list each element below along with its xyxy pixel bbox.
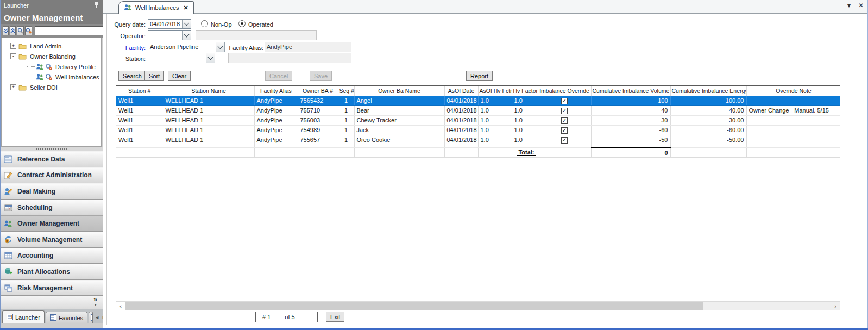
table-cell[interactable]: 04/01/2018 bbox=[444, 135, 478, 145]
imbalance-override-checkbox[interactable]: ✓ bbox=[561, 108, 568, 114]
module-accounting[interactable]: Accounting bbox=[0, 248, 103, 264]
report-button[interactable]: Report bbox=[466, 71, 493, 81]
table-cell[interactable]: -50 bbox=[591, 135, 670, 145]
expand-icon[interactable]: + bbox=[10, 43, 16, 49]
table-cell[interactable]: AndyPipe bbox=[254, 105, 298, 115]
horizontal-scrollbar[interactable]: ‹ › bbox=[116, 301, 840, 310]
expand-all-button[interactable] bbox=[10, 26, 16, 35]
table-cell[interactable]: -50.00 bbox=[670, 135, 746, 145]
table-row[interactable]: Well1WELLHEAD 1AndyPipe7557101Bear04/01/… bbox=[116, 105, 840, 115]
tree-item-well-imbalances[interactable]: Well Imbalances bbox=[2, 72, 101, 82]
imbalance-override-checkbox[interactable]: ✓ bbox=[561, 98, 568, 104]
table-cell[interactable]: WELLHEAD 1 bbox=[163, 125, 254, 135]
chevron-down-icon[interactable] bbox=[182, 31, 191, 40]
sidebar-tab-overflow[interactable] bbox=[89, 312, 93, 323]
sort-button[interactable]: Sort bbox=[144, 71, 164, 81]
column-header[interactable]: Seq # bbox=[338, 86, 354, 96]
table-cell[interactable]: 1 bbox=[338, 125, 354, 135]
table-cell[interactable]: AndyPipe bbox=[254, 115, 298, 125]
search-filter-icon[interactable] bbox=[25, 26, 32, 35]
radio-operated[interactable] bbox=[238, 20, 246, 27]
tab-close-icon[interactable]: ✕ bbox=[184, 4, 188, 11]
module-volume-management[interactable]: R Volume Management bbox=[0, 232, 103, 248]
scroll-right-icon[interactable]: › bbox=[831, 302, 840, 310]
sidebar-tab-launcher[interactable]: Launcher bbox=[2, 310, 45, 323]
table-cell[interactable]: -30.00 bbox=[670, 115, 746, 125]
table-cell[interactable]: Oreo Cookie bbox=[354, 135, 444, 145]
module-contract-administration[interactable]: Contract Administration bbox=[0, 167, 103, 184]
table-cell[interactable]: Bear bbox=[354, 105, 444, 115]
tab-scroll-left-icon[interactable]: ◄ bbox=[95, 315, 99, 320]
table-cell[interactable]: 40.00 bbox=[670, 105, 746, 115]
column-header[interactable]: Station Name bbox=[163, 86, 254, 96]
module-risk-management[interactable]: Risk Management bbox=[0, 280, 103, 296]
table-row[interactable]: Well1WELLHEAD 1AndyPipe7556571Oreo Cooki… bbox=[116, 135, 840, 145]
tree-item-seller-doi[interactable]: + Seller DOI bbox=[2, 82, 101, 92]
table-cell[interactable]: WELLHEAD 1 bbox=[163, 105, 254, 115]
table-cell[interactable]: 1.0 bbox=[512, 125, 538, 135]
table-cell[interactable]: ✓ bbox=[538, 105, 591, 115]
table-cell[interactable] bbox=[746, 125, 840, 135]
column-header[interactable]: AsOf Hv Fctr bbox=[478, 86, 512, 96]
module-reference-data[interactable]: Reference Data bbox=[0, 151, 103, 167]
column-header[interactable]: Cumulative Imbalance Energy bbox=[670, 86, 746, 96]
table-cell[interactable]: 1.0 bbox=[478, 96, 512, 105]
table-cell[interactable]: ✓ bbox=[538, 115, 591, 125]
table-cell[interactable]: WELLHEAD 1 bbox=[163, 96, 254, 105]
table-cell[interactable]: AndyPipe bbox=[254, 135, 298, 145]
scroll-left-icon[interactable]: ‹ bbox=[116, 302, 125, 310]
table-cell[interactable]: Well1 bbox=[116, 105, 163, 115]
collapse-all-button[interactable] bbox=[3, 26, 9, 35]
table-cell[interactable]: 1.0 bbox=[512, 105, 538, 115]
tree-item-delivery-profile[interactable]: Delivery Profile bbox=[2, 61, 101, 72]
table-cell[interactable]: 1 bbox=[338, 105, 354, 115]
table-cell[interactable]: 755710 bbox=[298, 105, 338, 115]
module-plant-allocations[interactable]: Plant Allocations bbox=[0, 264, 103, 280]
table-cell[interactable]: 1.0 bbox=[478, 125, 512, 135]
table-cell[interactable]: Chewy Tracker bbox=[354, 115, 444, 125]
facility-input[interactable]: Anderson Pipeline bbox=[148, 42, 215, 52]
table-cell[interactable]: Well1 bbox=[116, 115, 163, 125]
window-close-icon[interactable]: ✕ bbox=[858, 2, 864, 9]
table-cell[interactable]: 04/01/2018 bbox=[444, 115, 478, 125]
table-cell[interactable]: 04/01/2018 bbox=[444, 125, 478, 135]
table-cell[interactable]: 100.00 bbox=[670, 96, 746, 105]
table-cell[interactable]: -60 bbox=[591, 125, 670, 135]
search-icon[interactable] bbox=[17, 26, 24, 35]
table-cell[interactable]: 1.0 bbox=[478, 135, 512, 145]
table-cell[interactable] bbox=[746, 115, 840, 125]
panel-splitter[interactable] bbox=[0, 147, 103, 151]
tree-item-land-admin[interactable]: + Land Admin. bbox=[2, 41, 101, 51]
radio-non-op[interactable] bbox=[201, 20, 208, 27]
cancel-button[interactable]: Cancel bbox=[265, 71, 292, 81]
scrollbar-thumb[interactable] bbox=[125, 302, 703, 310]
table-cell[interactable]: 1 bbox=[338, 115, 354, 125]
station-dropdown-button[interactable] bbox=[206, 53, 215, 63]
exit-button[interactable]: Exit bbox=[326, 312, 344, 322]
station-input[interactable] bbox=[148, 53, 205, 63]
table-cell[interactable]: 04/01/2018 bbox=[444, 105, 478, 115]
table-cell[interactable]: 1.0 bbox=[478, 105, 512, 115]
operator-combo[interactable] bbox=[148, 30, 191, 40]
table-row[interactable]: Well1WELLHEAD 1AndyPipe7560031Chewy Trac… bbox=[116, 115, 840, 125]
chevron-down-icon[interactable] bbox=[182, 20, 191, 28]
table-cell[interactable]: Angel bbox=[354, 96, 444, 105]
table-cell[interactable]: ✓ bbox=[538, 135, 591, 145]
expand-icon[interactable]: + bbox=[10, 84, 16, 90]
table-row[interactable]: Well1WELLHEAD 1AndyPipe7549891Jack04/01/… bbox=[116, 125, 840, 135]
table-cell[interactable]: 755657 bbox=[298, 135, 338, 145]
table-cell[interactable]: AndyPipe bbox=[254, 125, 298, 135]
table-cell[interactable]: 756003 bbox=[298, 115, 338, 125]
window-menu-icon[interactable]: ▾ bbox=[847, 2, 851, 9]
table-cell[interactable]: 04/01/2018 bbox=[444, 96, 478, 105]
sidebar-tab-favorites[interactable]: Favorites bbox=[46, 312, 87, 323]
table-cell[interactable]: 1 bbox=[338, 135, 354, 145]
column-header[interactable]: Hv Factor bbox=[512, 86, 538, 96]
table-cell[interactable]: Well1 bbox=[116, 135, 163, 145]
pin-icon[interactable] bbox=[94, 2, 99, 9]
column-header[interactable]: Owner Ba Name bbox=[354, 86, 444, 96]
module-overflow-bar[interactable]: » ▾ bbox=[0, 296, 103, 309]
table-cell[interactable]: WELLHEAD 1 bbox=[163, 115, 254, 125]
table-cell[interactable]: Well1 bbox=[116, 125, 163, 135]
column-header[interactable]: Station # bbox=[116, 86, 163, 96]
